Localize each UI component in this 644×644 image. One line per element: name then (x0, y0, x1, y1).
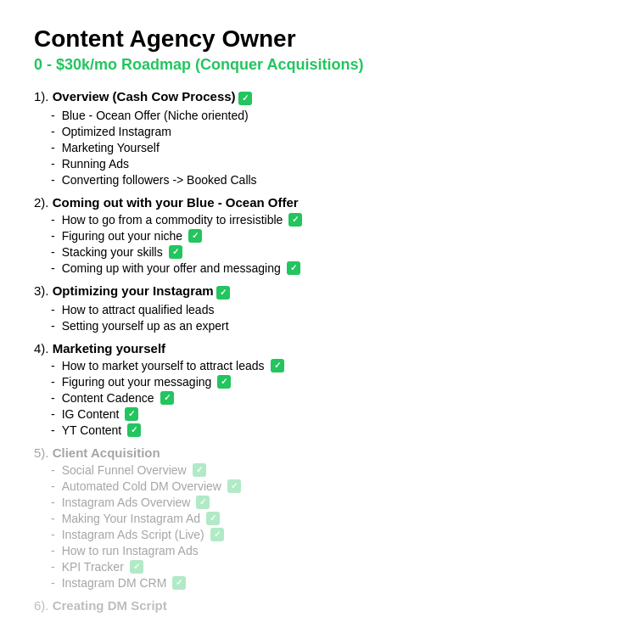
dash-icon: - (51, 528, 55, 541)
dash-icon: - (51, 391, 55, 405)
dash-icon: - (51, 576, 55, 590)
dash-icon: - (51, 496, 55, 509)
section-4: 4). Marketing yourself-How to market you… (34, 341, 610, 437)
section-3: 3). Optimizing your Instagram✓-How to at… (34, 283, 610, 333)
checkmark-icon: ✓ (210, 528, 224, 541)
list-item: -Optimized Instagram (51, 125, 610, 138)
item-text: Figuring out your messaging (62, 375, 212, 389)
list-item: -Figuring out your niche✓ (51, 229, 610, 243)
item-text: Automated Cold DM Overview (62, 479, 221, 493)
item-text: Converting followers -> Booked Calls (62, 173, 257, 187)
checkmark-icon: ✓ (125, 407, 138, 421)
list-item: -How to run Instagram Ads (51, 544, 610, 557)
item-text: KPI Tracker (62, 560, 124, 574)
section-header-4: 4). Marketing yourself (34, 341, 610, 356)
item-text: How to go from a commodity to irresistib… (62, 213, 283, 227)
list-item: -How to attract qualified leads (51, 303, 610, 316)
checkmark-icon: ✓ (196, 496, 210, 509)
section-number: 4). (34, 341, 53, 356)
checkmark-icon: ✓ (288, 213, 302, 227)
list-item: -IG Content✓ (51, 407, 610, 421)
dash-icon: - (51, 319, 55, 333)
section-header-2: 2). Coming out with your Blue - Ocean Of… (34, 195, 610, 210)
checkmark-icon: ✓ (169, 245, 182, 259)
list-item: -Automated Cold DM Overview✓ (51, 479, 610, 493)
item-text: How to run Instagram Ads (62, 544, 199, 557)
section-label: Optimizing your Instagram (53, 283, 214, 298)
dash-icon: - (51, 512, 55, 525)
dash-icon: - (51, 213, 55, 227)
list-item: -Content Cadence✓ (51, 391, 610, 405)
sub-items-5: -Social Funnel Overview✓-Automated Cold … (51, 463, 610, 590)
list-item: -Coming up with your offer and messaging… (51, 261, 610, 275)
list-item: -How to go from a commodity to irresisti… (51, 213, 610, 227)
section-label: Coming out with your Blue - Ocean Offer (53, 195, 299, 210)
list-item: -Making Your Instagram Ad✓ (51, 512, 610, 525)
dash-icon: - (51, 261, 55, 275)
checkmark-icon: ✓ (271, 359, 284, 372)
checkmark-icon: ✓ (188, 229, 202, 243)
page-title: Content Agency Owner (34, 25, 610, 53)
dash-icon: - (51, 229, 55, 243)
dash-icon: - (51, 375, 55, 389)
section-number: 1). (34, 89, 53, 104)
checkmark-icon: ✓ (193, 463, 206, 477)
item-text: Stacking your skills (62, 245, 163, 259)
checkmark-icon: ✓ (206, 512, 220, 525)
checkmark-icon: ✓ (227, 479, 241, 493)
sub-items-4: -How to market yourself to attract leads… (51, 359, 610, 437)
section-label: Client Acquisition (53, 445, 160, 460)
sections-container: 1). Overview (Cash Cow Process)✓-Blue - … (34, 89, 610, 613)
item-text: Blue - Ocean Offer (Niche oriented) (62, 109, 249, 122)
item-text: Instagram DM CRM (62, 576, 167, 590)
list-item: -YT Content✓ (51, 423, 610, 437)
list-item: -Instagram Ads Overview✓ (51, 496, 610, 509)
item-text: Figuring out your niche (62, 229, 182, 243)
item-text: Instagram Ads Overview (62, 496, 191, 509)
item-text: IG Content (62, 407, 120, 421)
list-item: -Stacking your skills✓ (51, 245, 610, 259)
section-label: Marketing yourself (53, 341, 165, 356)
dash-icon: - (51, 109, 55, 122)
dash-icon: - (51, 125, 55, 138)
section-6: 6). Creating DM Script (34, 598, 610, 613)
dash-icon: - (51, 157, 55, 171)
sub-items-3: -How to attract qualified leads-Setting … (51, 303, 610, 333)
sub-items-2: -How to go from a commodity to irresisti… (51, 213, 610, 275)
checkmark-icon: ✓ (127, 423, 141, 437)
list-item: -Converting followers -> Booked Calls (51, 173, 610, 187)
list-item: -Blue - Ocean Offer (Niche oriented) (51, 109, 610, 122)
section-number: 2). (34, 195, 53, 210)
item-text: Running Ads (62, 157, 129, 171)
dash-icon: - (51, 303, 55, 316)
sub-items-1: -Blue - Ocean Offer (Niche oriented)-Opt… (51, 109, 610, 187)
section-1: 1). Overview (Cash Cow Process)✓-Blue - … (34, 89, 610, 187)
list-item: -Figuring out your messaging✓ (51, 375, 610, 389)
dash-icon: - (51, 245, 55, 259)
checkmark-icon: ✓ (216, 286, 230, 300)
section-number: 3). (34, 283, 53, 298)
item-text: Marketing Yourself (62, 141, 160, 154)
dash-icon: - (51, 173, 55, 187)
checkmark-icon: ✓ (238, 92, 252, 105)
item-text: Instagram Ads Script (Live) (62, 528, 204, 541)
section-5: 5). Client Acquisition-Social Funnel Ove… (34, 445, 610, 590)
list-item: -Marketing Yourself (51, 141, 610, 154)
dash-icon: - (51, 560, 55, 574)
list-item: -KPI Tracker✓ (51, 560, 610, 574)
item-text: Optimized Instagram (62, 125, 171, 138)
dash-icon: - (51, 423, 55, 437)
item-text: Setting yourself up as an expert (62, 319, 229, 333)
list-item: -Social Funnel Overview✓ (51, 463, 610, 477)
section-number: 6). (34, 598, 53, 613)
section-label: Creating DM Script (53, 598, 167, 613)
section-number: 5). (34, 445, 53, 460)
page-subtitle: 0 - $30k/mo Roadmap (Conquer Acquisition… (34, 56, 610, 74)
checkmark-icon: ✓ (160, 391, 174, 405)
item-text: Making Your Instagram Ad (62, 512, 200, 525)
item-text: How to attract qualified leads (62, 303, 215, 316)
checkmark-icon: ✓ (217, 375, 231, 389)
list-item: -Instagram Ads Script (Live)✓ (51, 528, 610, 541)
section-header-5: 5). Client Acquisition (34, 445, 610, 460)
section-2: 2). Coming out with your Blue - Ocean Of… (34, 195, 610, 275)
